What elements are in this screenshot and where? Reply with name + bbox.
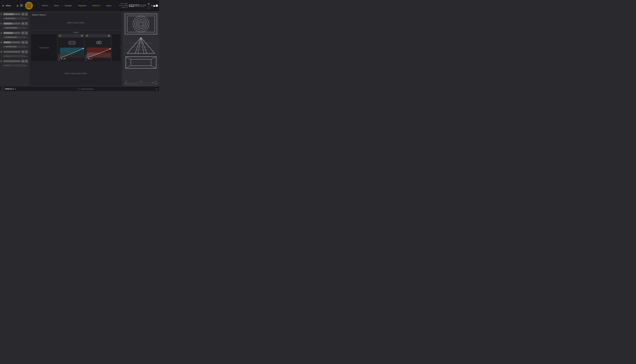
track-mute-4[interactable]: M [21, 41, 25, 44]
track-fader-6[interactable] [4, 60, 21, 62]
save-button[interactable] [20, 4, 24, 8]
footer-sq-gain [61, 58, 62, 59]
key-dot [133, 85, 133, 86]
key-dot [154, 82, 155, 83]
track-prev-6[interactable]: ◀ [3, 64, 5, 66]
nav-tabs: Perform Matrix Samplers Sequencer Global… [35, 4, 119, 8]
track-fader-3[interactable] [4, 32, 21, 34]
track-fader-4[interactable] [4, 42, 21, 44]
card-icon-gain [60, 38, 84, 48]
shape-box-container [124, 55, 158, 70]
key-dot [151, 82, 152, 83]
key-dot [138, 85, 139, 86]
track-solo-5[interactable]: S [25, 50, 28, 54]
footer-dot-delay [91, 58, 92, 59]
key-dot [134, 82, 135, 83]
add-colour-button-2[interactable]: + Add Colour [112, 34, 121, 62]
keyboard-dots [126, 82, 156, 84]
track-up-3[interactable]: ▲ [26, 36, 28, 38]
key-dot [128, 82, 129, 83]
svg-point-17 [99, 42, 101, 43]
key-dot [149, 85, 149, 86]
track-fader-1[interactable] [4, 13, 21, 15]
keyboard-scroll-left[interactable]: ◀ [125, 82, 126, 84]
track-name-5: Empty [5, 55, 24, 57]
add-colour-button-1[interactable]: + Add Colour [31, 34, 57, 62]
effect-slot-message: Select a slot or load an effect [31, 62, 121, 85]
track-next-2[interactable]: ▶ [24, 27, 26, 29]
track-mute-5[interactable]: M [21, 50, 25, 54]
track-prev-5[interactable]: ◀ [3, 55, 5, 57]
power-button-gain[interactable]: ⏻ [59, 34, 61, 37]
key-dot [128, 85, 129, 86]
key-dot [126, 84, 127, 84]
tab-matrix[interactable]: Matrix [51, 4, 62, 8]
track-up-4[interactable]: ▲ [26, 46, 28, 48]
key-dot [131, 85, 131, 86]
key-dot [135, 84, 136, 84]
tab-library[interactable]: Library [103, 4, 114, 8]
prev-project-button[interactable]: ◀ [1, 4, 5, 8]
play-button[interactable]: ▶ [16, 4, 20, 8]
keyboard-scroll-right[interactable]: ▶ [156, 82, 157, 84]
colours-title: Colours [31, 32, 121, 33]
track-mute-1[interactable]: M [21, 12, 25, 16]
card-footer-delay [87, 58, 111, 60]
track-mute-6[interactable]: M [21, 60, 25, 63]
colours-panel: Colours + Add Colour ⏻ ✕ Simple Gain [30, 31, 122, 86]
track-up-1[interactable]: ▲ [26, 17, 28, 20]
svg-point-29 [138, 21, 144, 27]
track-next-6[interactable]: ▶ [24, 64, 26, 66]
track-name-4: Huentlalia (Altar) [5, 46, 24, 48]
info-button[interactable]: i [147, 6, 150, 9]
right-shapes-panel: C2 C3 C4 ◀ [123, 11, 159, 87]
track-next-1[interactable]: ▶ [24, 17, 26, 20]
track-mute-2[interactable]: M [21, 22, 25, 25]
track-prev-1[interactable]: ◀ [3, 17, 5, 20]
key-dot [154, 85, 154, 86]
key-dot [127, 85, 128, 86]
key-dot [145, 85, 146, 86]
close-button-delay[interactable]: ✕ [108, 34, 110, 37]
track-fader-2[interactable] [4, 22, 21, 24]
track-next-3[interactable]: ▶ [24, 36, 26, 38]
keyboard-label-c2: C2 [125, 80, 127, 82]
track-solo-3[interactable]: S [25, 32, 28, 34]
global-modulators-button[interactable]: ∿ Global Modulators [78, 88, 94, 90]
svg-line-44 [151, 66, 156, 68]
track-up-5[interactable]: ▲ [26, 55, 28, 57]
tab-samplers[interactable]: Samplers [62, 4, 75, 8]
track-solo-4[interactable]: S [25, 41, 28, 44]
track-mute-3[interactable]: M [21, 32, 25, 34]
close-button-gain[interactable]: ✕ [81, 34, 83, 37]
key-dot [138, 85, 138, 86]
app-logo [25, 2, 33, 10]
key-dot [127, 82, 128, 83]
svg-point-30 [139, 22, 143, 26]
power-button-delay[interactable]: ⏻ [86, 34, 88, 37]
tab-sequencer[interactable]: Sequencer [75, 4, 90, 8]
svg-rect-1 [21, 4, 22, 5]
key-dot [137, 85, 137, 86]
key-dot [133, 85, 134, 86]
track-solo-6[interactable]: S [25, 60, 28, 63]
track-solo-1[interactable]: S [25, 12, 28, 16]
shape-pyramid-svg [124, 37, 158, 54]
tab-global-fx[interactable]: Global FX [90, 4, 103, 8]
key-dot [150, 85, 151, 86]
track-prev-3[interactable]: ◀ [3, 36, 5, 38]
track-prev-2[interactable]: ◀ [3, 27, 5, 29]
track-up-6[interactable]: ▲ [26, 64, 28, 66]
track-up-2[interactable]: ▲ [26, 27, 28, 29]
tab-perform[interactable]: Perform [39, 4, 51, 8]
track-fader-5[interactable] [4, 51, 21, 53]
settings-icon[interactable]: ⚙ [147, 2, 150, 6]
track-next-4[interactable]: ▶ [24, 46, 26, 48]
track-next-5[interactable]: ▶ [24, 55, 26, 57]
key-dot [141, 85, 142, 86]
svg-marker-31 [127, 38, 155, 54]
shuffle-icon[interactable]: ⇌ [156, 88, 158, 90]
track-solo-2[interactable]: S [25, 22, 28, 25]
track-prev-4[interactable]: ◀ [3, 46, 5, 48]
key-dot [132, 85, 132, 86]
